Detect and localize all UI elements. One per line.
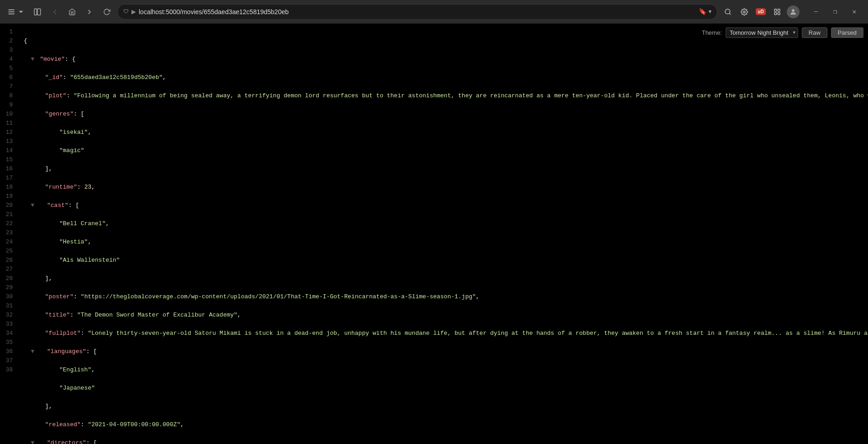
json-line-6: "isekai", <box>22 128 868 137</box>
json-line-12: "Hestia", <box>22 238 868 247</box>
json-line-4: "plot": "Following a millennium of being… <box>22 91 868 100</box>
json-line-14: ], <box>22 274 868 283</box>
collapse-cast[interactable]: ▼ <box>31 201 37 210</box>
extension-button[interactable] <box>770 5 784 19</box>
address-dropdown-icon[interactable]: ▼ <box>708 9 711 15</box>
json-line-7: "magic" <box>22 146 868 155</box>
json-line-10: ▼ "cast": [ <box>22 201 868 210</box>
json-line-11: "Bell Cranel", <box>22 219 868 228</box>
json-line-3: "_id": "655daed3ae12c5819d5b20eb", <box>22 73 868 82</box>
browser-menu-button[interactable] <box>5 6 27 18</box>
close-button[interactable]: ✕ <box>845 5 863 19</box>
json-line-23: ▼ "directors": [ <box>22 439 868 444</box>
svg-rect-5 <box>37 9 41 15</box>
profile-avatar[interactable] <box>787 5 800 18</box>
json-line-5: "genres": [ <box>22 110 868 119</box>
json-line-17: "fullplot": "Lonely thirty-seven-year-ol… <box>22 329 868 338</box>
svg-rect-10 <box>778 9 780 11</box>
settings-button[interactable] <box>737 5 751 19</box>
svg-rect-2 <box>8 13 15 14</box>
bookmark-icon[interactable]: 🔖 <box>699 8 706 16</box>
svg-rect-1 <box>8 11 15 12</box>
home-button[interactable] <box>65 5 79 19</box>
svg-rect-9 <box>774 9 777 11</box>
address-bar[interactable]: 🛡 ▶ localhost:5000/movies/655daed3ae12c5… <box>117 4 717 20</box>
svg-point-13 <box>792 9 795 12</box>
minimize-button[interactable]: ─ <box>807 5 825 19</box>
json-line-1: { <box>22 37 868 46</box>
theme-select-wrapper: Tomorrow Night Bright Monokai Solarized … <box>726 27 798 38</box>
browser-logo-icon: ▶ <box>131 8 136 15</box>
json-line-15: "poster": "https://theglobalcoverage.com… <box>22 292 868 301</box>
json-line-13: "Ais Wallenstein" <box>22 256 868 265</box>
svg-rect-0 <box>8 9 15 10</box>
svg-point-6 <box>725 9 730 14</box>
refresh-button[interactable] <box>100 5 114 19</box>
raw-button[interactable]: Raw <box>802 27 827 38</box>
json-viewer: 1 2 3 4 5 6 7 8 9 10 11 12 13 14 15 16 1… <box>0 24 868 444</box>
json-line-2: ▼ "movie": { <box>22 55 868 64</box>
theme-toolbar: Theme: Tomorrow Night Bright Monokai Sol… <box>702 27 863 38</box>
collapse-languages[interactable]: ▼ <box>31 347 37 356</box>
json-line-8: ], <box>22 164 868 174</box>
browser-chrome: 🛡 ▶ localhost:5000/movies/655daed3ae12c5… <box>0 0 868 24</box>
search-button[interactable] <box>721 5 735 19</box>
toolbar-right: uD <box>721 5 800 19</box>
parsed-button[interactable]: Parsed <box>831 27 863 38</box>
theme-label: Theme: <box>702 29 722 36</box>
svg-line-7 <box>729 13 731 15</box>
svg-marker-3 <box>19 11 23 13</box>
maximize-button[interactable]: ❐ <box>826 5 844 19</box>
ublock-badge: uD <box>756 8 765 15</box>
json-line-18: ▼ "languages": [ <box>22 347 868 356</box>
security-icon: 🛡 <box>123 8 129 15</box>
json-line-21: ], <box>22 402 868 411</box>
address-bar-actions: 🔖 ▼ <box>699 8 711 16</box>
svg-rect-4 <box>34 9 37 15</box>
address-bar-text: localhost:5000/movies/655daed3ae12c5819d… <box>139 8 696 16</box>
collapse-directors[interactable]: ▼ <box>31 439 37 444</box>
json-line-19: "English", <box>22 365 868 375</box>
json-line-9: "runtime": 23, <box>22 183 868 192</box>
svg-rect-12 <box>774 12 777 15</box>
line-numbers: 1 2 3 4 5 6 7 8 9 10 11 12 13 14 15 16 1… <box>0 24 18 444</box>
forward-button[interactable] <box>83 5 96 19</box>
json-content: { ▼ "movie": { "_id": "655daed3ae12c5819… <box>18 24 868 444</box>
sidebar-toggle-button[interactable] <box>31 5 44 19</box>
collapse-movie[interactable]: ▼ <box>31 55 37 64</box>
window-controls: ─ ❐ ✕ <box>807 5 863 19</box>
back-button[interactable] <box>48 5 62 19</box>
theme-select[interactable]: Tomorrow Night Bright Monokai Solarized … <box>726 27 798 38</box>
svg-rect-11 <box>778 12 780 15</box>
ublock-button[interactable]: uD <box>754 5 768 19</box>
json-line-16: "title": "The Demon Sword Master of Exca… <box>22 311 868 320</box>
json-line-22: "released": "2021-04-09T00:00:00.000Z", <box>22 420 868 429</box>
svg-point-8 <box>743 11 745 13</box>
json-line-20: "Japanese" <box>22 384 868 393</box>
